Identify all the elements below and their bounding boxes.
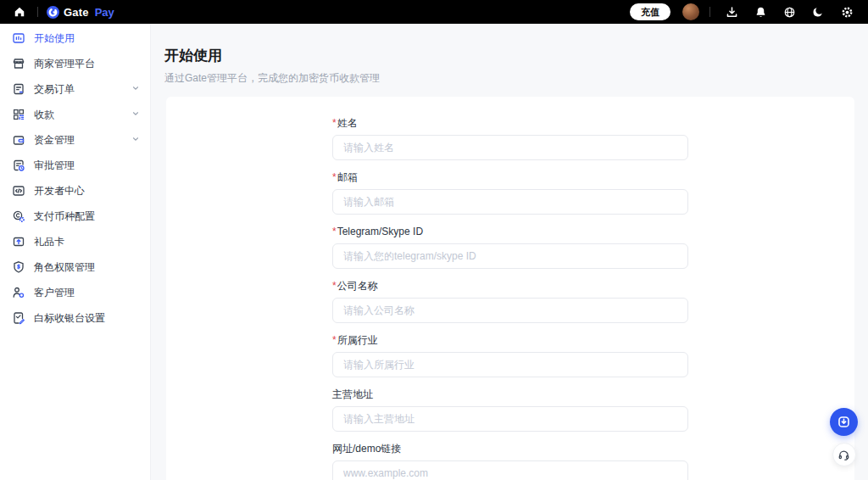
- form-field-name: *姓名: [332, 117, 688, 160]
- field-label: *所属行业: [332, 334, 688, 347]
- required-asterisk: *: [332, 280, 337, 292]
- download-circle-icon[interactable]: [830, 408, 858, 436]
- website-input[interactable]: [332, 460, 688, 480]
- sidebar-item-collection[interactable]: 收款: [0, 102, 150, 127]
- customers-icon: [12, 286, 25, 299]
- sidebar-item-whitelabel-checkout[interactable]: 白标收银台设置: [0, 305, 150, 331]
- sidebar-item-label: 商家管理平台: [34, 58, 95, 70]
- form-field-industry: *所属行业: [332, 334, 688, 377]
- sidebar-item-customer-management[interactable]: 客户管理: [0, 280, 150, 305]
- field-label: *姓名: [332, 117, 688, 130]
- storefront-icon: [12, 57, 25, 70]
- logo-text-gate: Gate: [64, 6, 89, 19]
- required-asterisk: *: [332, 334, 337, 346]
- chevron-down-icon: [131, 83, 140, 95]
- page-title: 开始使用: [164, 46, 854, 65]
- edit-document-icon: [12, 311, 25, 325]
- shield-icon: [12, 260, 25, 274]
- sidebar-item-label: 收款: [34, 109, 54, 120]
- sidebar-item-merchant-platform[interactable]: 商家管理平台: [0, 51, 150, 76]
- business-address-input[interactable]: [332, 406, 688, 432]
- sidebar-item-approval-management[interactable]: 审批管理: [0, 153, 150, 178]
- sidebar-item-role-permissions[interactable]: 角色权限管理: [0, 254, 150, 280]
- email-input[interactable]: [332, 189, 688, 215]
- logo-text-pay: Pay: [95, 6, 114, 19]
- sidebar-item-label: 支付币种配置: [34, 210, 95, 222]
- code-icon: [12, 184, 25, 198]
- sidebar-item-developer-center[interactable]: 开发者中心: [0, 178, 150, 204]
- telegram-skype-input[interactable]: [332, 243, 688, 269]
- globe-icon[interactable]: [778, 1, 800, 23]
- sidebar-item-label: 资金管理: [34, 134, 75, 146]
- download-icon[interactable]: [721, 1, 743, 23]
- recharge-button[interactable]: 充值: [630, 3, 670, 20]
- qr-code-icon: [12, 108, 25, 121]
- avatar[interactable]: [682, 3, 699, 20]
- top-header: GatePay 充值: [0, 0, 868, 24]
- gate-pay-logo[interactable]: GatePay: [47, 6, 114, 19]
- sidebar-item-label: 角色权限管理: [34, 261, 95, 273]
- sidebar-item-fund-management[interactable]: 资金管理: [0, 127, 150, 153]
- headset-icon[interactable]: [832, 443, 856, 466]
- required-asterisk: *: [332, 117, 337, 129]
- getting-started-icon: [12, 31, 25, 45]
- gate-logo-icon: [47, 6, 59, 19]
- form-field-telegram-skype: *Telegram/Skype ID: [332, 226, 688, 269]
- home-icon[interactable]: [10, 3, 29, 21]
- field-label: *公司名称: [332, 280, 688, 293]
- sidebar-item-label: 白标收银台设置: [34, 312, 105, 324]
- sidebar-item-label: 审批管理: [34, 159, 75, 171]
- sidebar: 开始使用 商家管理平台 交易订单: [0, 24, 151, 480]
- form-field-website: 网址/demo链接: [332, 443, 688, 480]
- required-asterisk: *: [332, 171, 337, 183]
- bell-icon[interactable]: [749, 1, 771, 23]
- sidebar-item-getting-started[interactable]: 开始使用: [0, 25, 150, 51]
- sidebar-item-label: 交易订单: [34, 83, 75, 95]
- sidebar-item-label: 开发者中心: [34, 185, 85, 197]
- main-content: 开始使用 通过Gate管理平台，完成您的加密货币收款管理 *姓名 *邮箱 *Te…: [151, 24, 868, 480]
- wallet-icon: [12, 133, 25, 147]
- field-label: *邮箱: [332, 171, 688, 184]
- field-label: 主营地址: [332, 388, 688, 401]
- chevron-down-icon: [131, 134, 140, 146]
- sidebar-item-label: 客户管理: [34, 287, 75, 299]
- required-asterisk: *: [332, 226, 337, 237]
- header-divider: [709, 7, 710, 17]
- getting-started-form: *姓名 *邮箱 *Telegram/Skype ID *公司名称 *所属行业 主: [332, 117, 688, 480]
- form-field-email: *邮箱: [332, 171, 688, 215]
- field-label: 网址/demo链接: [332, 443, 688, 455]
- gift-card-icon: [12, 235, 25, 248]
- header-divider: [37, 7, 38, 17]
- sidebar-item-label: 礼品卡: [34, 236, 64, 248]
- order-document-icon: [12, 82, 25, 96]
- sidebar-item-label: 开始使用: [34, 32, 75, 44]
- floating-actions: [830, 408, 858, 466]
- name-input[interactable]: [332, 135, 688, 160]
- page-subtitle: 通过Gate管理平台，完成您的加密货币收款管理: [164, 71, 854, 86]
- industry-input[interactable]: [332, 352, 688, 377]
- form-field-company-name: *公司名称: [332, 280, 688, 323]
- moon-icon[interactable]: [807, 1, 829, 23]
- field-label: *Telegram/Skype ID: [332, 226, 688, 238]
- approval-clock-icon: [12, 159, 25, 172]
- form-card: *姓名 *邮箱 *Telegram/Skype ID *公司名称 *所属行业 主: [166, 97, 854, 480]
- form-field-business-address: 主营地址: [332, 388, 688, 432]
- sidebar-item-currency-config[interactable]: 支付币种配置: [0, 204, 150, 229]
- gear-icon[interactable]: [836, 1, 858, 23]
- company-name-input[interactable]: [332, 298, 688, 323]
- chevron-down-icon: [131, 109, 140, 120]
- coin-gear-icon: [12, 209, 25, 223]
- sidebar-item-gift-card[interactable]: 礼品卡: [0, 229, 150, 254]
- sidebar-item-transaction-orders[interactable]: 交易订单: [0, 76, 150, 102]
